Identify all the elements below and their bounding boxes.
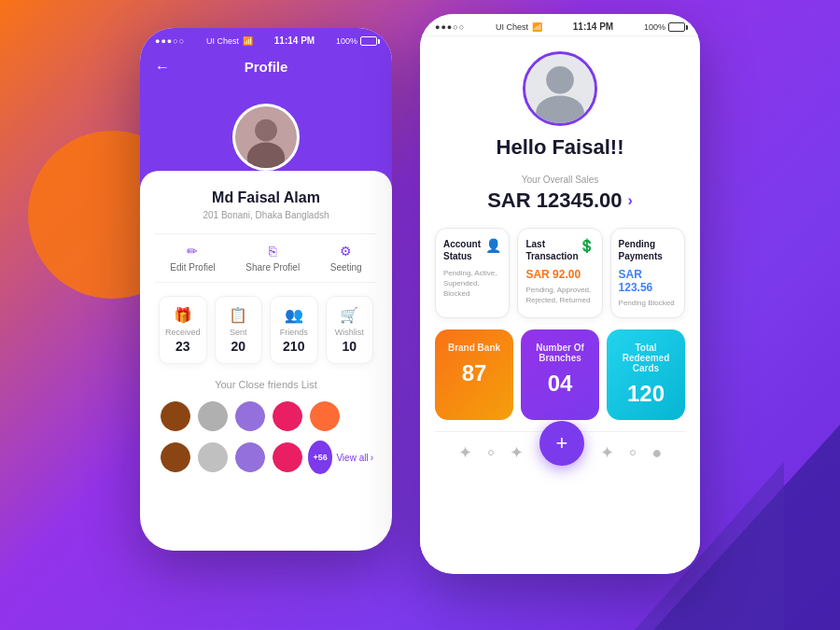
- nav-icon-1[interactable]: ✦: [458, 442, 472, 463]
- transaction-value: SAR 92.00: [525, 268, 594, 281]
- card-redeemed[interactable]: Total Redeemed Cards 120: [607, 329, 685, 420]
- svg-point-4: [546, 66, 574, 94]
- friend-9: [271, 441, 304, 474]
- stat-received-label: Received: [165, 328, 201, 337]
- signal-dots: ●●●○○: [155, 36, 185, 46]
- friend-7: [196, 441, 230, 474]
- action-settings-label: Seeting: [330, 262, 362, 273]
- wifi-icon-right: 📶: [532, 22, 542, 32]
- pending-title: Pending Payments: [619, 238, 677, 262]
- friend-3: [233, 399, 267, 433]
- info-card-transaction-header: Last Transaction 💲: [525, 238, 594, 262]
- info-card-account-header: Account Status 👤: [443, 238, 501, 262]
- greeting-text: Hello Faisal!!: [435, 135, 685, 160]
- stat-sent-label: Sent: [221, 328, 256, 337]
- account-status-title: Account Status: [443, 238, 485, 262]
- bottom-nav: ✦ ✦ + ✦ ●: [435, 431, 685, 473]
- view-all-label: View all: [336, 453, 368, 463]
- edit-icon: ✏: [187, 244, 198, 259]
- battery-icon-left: [360, 36, 377, 46]
- stat-wishlist-value: 10: [332, 339, 367, 354]
- user-icon: 👤: [485, 238, 501, 253]
- profile-actions: ✏ Edit Profiel ⎘ Share Profiel ⚙ Seeting: [155, 233, 377, 283]
- brand-bank-value: 87: [444, 360, 504, 386]
- friends-row-2: +56 View all ›: [159, 441, 373, 474]
- time-left: 11:14 PM: [274, 35, 315, 46]
- carrier-right: UI Chest: [496, 22, 528, 32]
- sales-label: Your Overall Sales: [435, 175, 685, 185]
- friends-title: Your Close friends List: [159, 379, 373, 390]
- nav-dot-2: [630, 450, 636, 455]
- more-badge: +56: [308, 441, 332, 474]
- status-bar-left: ●●●○○ UI Chest 📶 11:14 PM 100%: [140, 28, 392, 49]
- pending-value: SAR 123.56: [619, 268, 677, 294]
- nav-icon-4[interactable]: ●: [652, 443, 663, 463]
- page-title: Profile: [245, 59, 288, 75]
- friend-4: [271, 399, 304, 433]
- battery-pct-right: 100%: [644, 22, 665, 32]
- status-bar-right: ●●●○○ UI Chest 📶 11:14 PM 100%: [420, 14, 700, 36]
- sales-value: SAR 12345.00: [487, 189, 622, 213]
- fab-add-button[interactable]: +: [539, 421, 584, 466]
- stat-sent: 📋 Sent 20: [215, 296, 262, 364]
- redeemed-value: 120: [616, 381, 676, 407]
- stat-received-value: 23: [165, 339, 201, 354]
- account-status-sub: Pending, Active, Supended, Blocked: [443, 268, 501, 300]
- friend-8: [233, 441, 267, 474]
- nav-dot-1: [488, 450, 494, 455]
- wifi-icon-left: 📶: [243, 36, 253, 46]
- info-card-pending: Pending Payments SAR 123.56 Pending Bloc…: [610, 228, 685, 318]
- profile-address: 201 Bonani, Dhaka Bangladsh: [155, 210, 377, 220]
- action-settings[interactable]: ⚙ Seeting: [330, 244, 362, 273]
- stat-friends-label: Friends: [276, 328, 311, 337]
- nav-icon-2[interactable]: ✦: [510, 442, 524, 463]
- transaction-sub: Pending, Approved, Rejected, Returned: [525, 285, 594, 305]
- avatar: [232, 104, 300, 171]
- stat-received: 🎁 Received 23: [159, 296, 207, 364]
- back-button[interactable]: ←: [155, 59, 170, 76]
- brand-bank-label: Brand Bank: [444, 343, 504, 353]
- stat-friends-value: 210: [276, 339, 311, 354]
- info-card-transaction: Last Transaction 💲 SAR 92.00 Pending, Ap…: [517, 228, 602, 318]
- stats-grid: 🎁 Received 23 📋 Sent 20 👥 Friends 210 🛒 …: [155, 296, 377, 364]
- settings-icon: ⚙: [340, 244, 352, 259]
- bottom-cards: Brand Bank 87 Number Of Branches 04 Tota…: [435, 329, 685, 420]
- battery-right: 100%: [644, 22, 685, 32]
- right-avatar-wrap: [435, 51, 685, 126]
- card-branches[interactable]: Number Of Branches 04: [521, 329, 599, 420]
- stat-wishlist-label: Wishlist: [332, 328, 367, 337]
- pending-sub: Pending Blocked: [619, 298, 677, 308]
- sales-arrow-icon[interactable]: ›: [628, 192, 633, 209]
- stat-wishlist: 🛒 Wishlist 10: [326, 296, 373, 364]
- stat-friends: 👥 Friends 210: [270, 296, 317, 364]
- action-share-label: Share Profiel: [245, 262, 300, 273]
- right-phone: ●●●○○ UI Chest 📶 11:14 PM 100%: [420, 14, 700, 574]
- chevron-right-icon: ›: [371, 453, 373, 463]
- dollar-icon: 💲: [579, 238, 595, 253]
- time-right: 11:14 PM: [573, 21, 613, 32]
- action-share[interactable]: ⎘ Share Profiel: [245, 244, 300, 273]
- nav-icon-3[interactable]: ✦: [600, 442, 614, 463]
- info-card-pending-header: Pending Payments: [619, 238, 677, 262]
- share-icon: ⎘: [269, 244, 276, 259]
- wishlist-icon: 🛒: [332, 306, 367, 324]
- phones-wrapper: ●●●○○ UI Chest 📶 11:14 PM 100% ← Profile: [140, 28, 700, 574]
- battery-icon-right: [668, 22, 685, 32]
- sent-icon: 📋: [221, 306, 256, 324]
- profile-name: Md Faisal Alam: [155, 189, 377, 206]
- carrier-left: UI Chest: [206, 36, 239, 46]
- friend-2: [196, 399, 230, 433]
- info-cards: Account Status 👤 Pending, Active, Supend…: [435, 228, 685, 318]
- action-edit-label: Edit Profiel: [170, 262, 215, 273]
- card-brand-bank[interactable]: Brand Bank 87: [435, 329, 513, 420]
- friend-6: [159, 441, 192, 474]
- friend-5: [308, 399, 342, 433]
- transaction-title: Last Transaction: [525, 238, 578, 262]
- view-all-button[interactable]: View all ›: [336, 453, 373, 463]
- action-edit[interactable]: ✏ Edit Profiel: [170, 244, 215, 273]
- signal-dots-right: ●●●○○: [435, 22, 465, 32]
- info-card-account: Account Status 👤 Pending, Active, Supend…: [435, 228, 510, 318]
- branches-value: 04: [530, 371, 590, 397]
- svg-point-1: [255, 119, 277, 142]
- friends-section: Your Close friends List +56 View all: [155, 379, 377, 474]
